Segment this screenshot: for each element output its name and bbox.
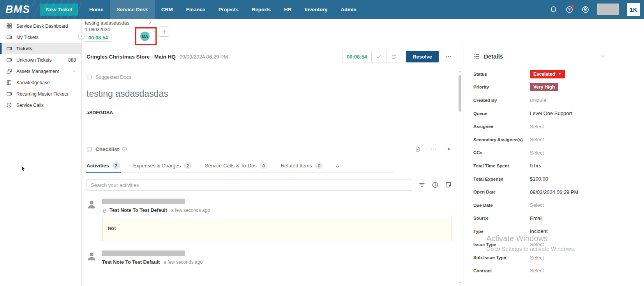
ticket-description[interactable]: aSDFGDSA (86, 110, 464, 115)
details-field-value[interactable]: 0 hrs (530, 163, 541, 169)
tab-timer: 00:08:54 (85, 34, 111, 42)
main-scrollbar (458, 69, 462, 285)
help-icon[interactable]: ? (565, 5, 573, 14)
details-field-label: Secondary Assignee(s) (473, 137, 530, 142)
ticket-icon (6, 57, 12, 63)
details-field-value[interactable]: Select (530, 268, 544, 274)
details-field-value[interactable]: Select (530, 150, 544, 156)
nav-item[interactable]: Finance (180, 0, 212, 19)
username-redacted[interactable] (597, 4, 619, 15)
details-field-label: Open Date (473, 190, 530, 194)
details-field-value[interactable]: 09/03/2024 06:29 PM (530, 189, 578, 195)
sidebar-item[interactable]: Service Calls (0, 99, 81, 111)
details-field-value[interactable]: Select (530, 137, 544, 142)
add-tab-button[interactable] (159, 27, 169, 37)
sidebar-item[interactable]: Tickets (0, 43, 81, 54)
nav-item[interactable]: Projects (212, 0, 245, 19)
sidebar-item[interactable]: Service Desk Dashboard (0, 20, 81, 32)
details-field-label: Queue (473, 111, 530, 116)
filter-icon[interactable] (418, 181, 425, 188)
activity-tabs: Activities 7 Expenses & Charges 2 Servic… (86, 162, 323, 172)
timer-reset-button[interactable] (386, 51, 401, 62)
add-document-icon[interactable] (415, 146, 421, 152)
nav-item[interactable]: Service Desk (110, 0, 155, 19)
bms-logo[interactable]: BMS (5, 4, 30, 16)
sidebar-collapse-button[interactable]: ‹ (78, 32, 85, 39)
details-field-label: Priority (473, 85, 530, 89)
sidebar-item[interactable]: My Tickets (0, 32, 81, 43)
activity-tab[interactable]: Service Calls & To-Dos 0 (205, 162, 268, 172)
sidebar-item[interactable]: Unknown Tickets 888 (0, 54, 81, 66)
activity-tab[interactable]: Expenses & Charges 2 (133, 162, 192, 172)
details-field-value[interactable]: $100.00 (530, 176, 548, 182)
nav-item[interactable]: Reports (245, 0, 277, 19)
details-field-value[interactable]: Select (530, 124, 544, 130)
details-field-value[interactable]: Level One Support (530, 110, 572, 116)
resolve-button[interactable]: Resolve (406, 51, 439, 62)
redacted-name-bar (102, 199, 185, 204)
timer-group: 00:08:54 (342, 51, 401, 62)
tab-count-badge: 2 (184, 162, 192, 169)
details-field-label: Contract (473, 268, 530, 273)
sidebar-item[interactable]: Recurring Master Tickets (0, 88, 81, 99)
account-icon[interactable] (581, 5, 589, 14)
details-field-label: Due Date (473, 203, 530, 208)
timer-commit-button[interactable] (371, 51, 386, 62)
nav-item[interactable]: CRM (155, 0, 180, 19)
notifications-bell-icon[interactable] (549, 5, 558, 14)
close-tab-icon[interactable] (148, 21, 152, 25)
ticket-icon (6, 34, 12, 40)
details-field-value[interactable]: Email (530, 215, 543, 221)
search-input[interactable] (86, 179, 412, 191)
ticket-datetime: 09/03/2024 06:29 PM (180, 54, 228, 60)
details-field-row: Total Time Spent 0 hrs (473, 159, 635, 172)
details-field-value[interactable]: Select (530, 255, 544, 261)
scrollbar-thumb[interactable] (459, 75, 461, 112)
history-clock-icon[interactable] (432, 181, 439, 188)
nav-item[interactable]: Home (83, 0, 110, 19)
note-icon[interactable] (445, 181, 452, 188)
kaseya-logo-badge: 1K (627, 3, 640, 16)
assets-icon (6, 68, 12, 74)
activity-tab[interactable]: Activities 7 (86, 162, 120, 172)
more-options-icon[interactable] (445, 53, 452, 60)
details-field-label: Sub-Issue Type (473, 255, 530, 260)
info-icon[interactable] (122, 146, 127, 152)
details-collapse-icon[interactable] (600, 54, 605, 59)
sidebar-item[interactable]: Assets Management (0, 66, 81, 77)
details-field-value[interactable]: Incident (530, 228, 548, 234)
tabs-chevron-down-icon[interactable] (335, 164, 340, 169)
sidebar-item-label: My Tickets (16, 35, 39, 40)
activity-item: Test Note To Test Default a few seconds … (86, 199, 452, 241)
checklist-more-icon[interactable] (430, 146, 436, 152)
activity-time: a few seconds ago (164, 259, 203, 265)
activity-note[interactable]: test (102, 218, 452, 241)
details-field-value[interactable]: Very High (530, 83, 558, 91)
tab-label: Activities (86, 163, 109, 169)
activity-time: a few seconds ago (171, 208, 210, 213)
scroll-down-icon[interactable] (458, 281, 462, 285)
activity-tab[interactable]: Related Items 0 (281, 162, 323, 172)
ticket-title[interactable]: testing asdasdasdas (86, 89, 464, 99)
details-field-value[interactable]: Escalated (530, 70, 565, 78)
details-field-value[interactable]: Select (530, 202, 544, 208)
ticket-main-panel: Cringles Christmas Store - Main HQ 09/03… (82, 45, 464, 286)
sidebar-item-label: Service Calls (16, 103, 44, 108)
details-field-value[interactable]: urszula (530, 97, 546, 103)
details-field-label: Type (473, 229, 530, 234)
ticket-timer: 00:08:54 (347, 54, 367, 60)
assignee-avatar[interactable]: MA (140, 32, 150, 41)
nav-item[interactable]: Inventory (298, 0, 334, 19)
sidebar-item[interactable]: Knowledgebase (0, 77, 81, 88)
nav-item[interactable]: HR (277, 0, 298, 19)
details-field-row: Sub-Issue Type Select (473, 251, 635, 264)
activity-feed: Test Note To Test Default a few seconds … (86, 199, 464, 265)
chevron-down-icon (72, 69, 76, 73)
details-field-value[interactable]: Select (530, 242, 544, 247)
expand-right-icon[interactable] (446, 146, 452, 152)
sidebar-item-label: Service Desk Dashboard (16, 23, 68, 29)
nav-item[interactable]: Admin (334, 0, 363, 19)
details-field-row: Source Email (473, 212, 635, 225)
scroll-up-icon[interactable] (458, 69, 462, 74)
suggested-docs-button[interactable]: Suggested Docs (86, 74, 464, 80)
